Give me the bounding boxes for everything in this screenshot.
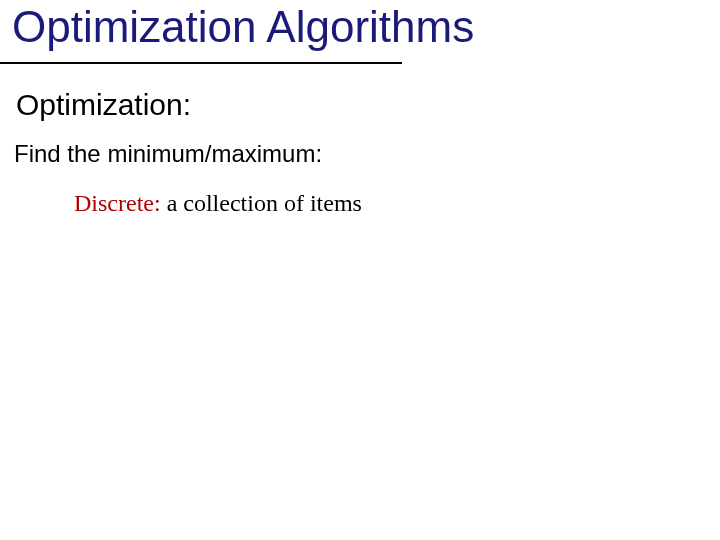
discrete-label: Discrete: <box>74 190 161 216</box>
discrete-text: a collection of items <box>161 190 362 216</box>
section-heading: Optimization: <box>16 88 191 122</box>
slide: Optimization Algorithms Optimization: Fi… <box>0 0 720 540</box>
body-text: Find the minimum/maximum: <box>14 140 322 168</box>
discrete-line: Discrete: a collection of items <box>74 190 362 217</box>
title-underline <box>0 62 402 64</box>
slide-title: Optimization Algorithms <box>12 2 474 52</box>
